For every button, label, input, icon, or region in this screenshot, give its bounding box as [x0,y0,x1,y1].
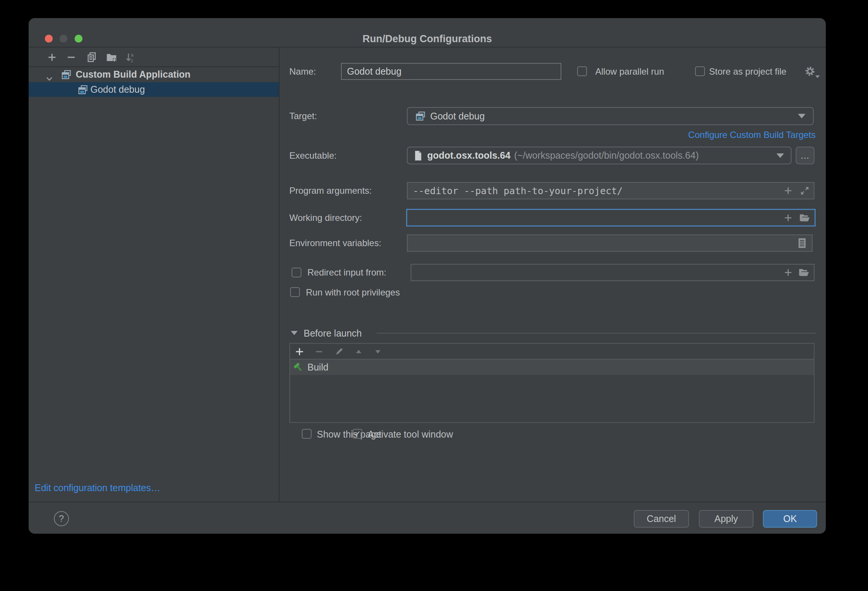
ok-button[interactable]: OK [763,510,817,528]
remove-configuration-icon[interactable] [65,51,78,64]
panel-divider [279,47,280,502]
program-arguments-value: --editor --path path-to-your-project/ [413,185,623,196]
add-task-icon[interactable] [294,346,305,357]
tree-item-label: Godot debug [90,84,145,95]
move-up-icon[interactable] [353,346,364,357]
executable-label: Executable: [289,147,336,164]
activate-tool-window-label: Activate tool window [368,426,453,442]
store-as-project-file-label: Store as project file [709,63,786,80]
task-label: Build [307,362,329,373]
hammer-icon [293,362,304,373]
allow-parallel-run-label: Allow parallel run [595,63,664,80]
tree-item-godot-debug-selected[interactable]: Godot debug [29,82,279,97]
title-bar: Run/Debug Configurations [29,18,826,47]
executable-path: (~/workspaces/godot/bin/godot.osx.tools.… [514,150,699,161]
name-input[interactable]: Godot debug [341,63,561,80]
run-with-root-label: Run with root privileges [306,284,400,301]
sidebar-toolbar: az [29,47,279,67]
executable-value: godot.osx.tools.64 [427,150,510,161]
new-folder-icon[interactable] [105,51,118,64]
add-macro-icon[interactable] [783,185,793,196]
edit-task-icon[interactable] [334,346,344,357]
program-arguments-input[interactable]: --editor --path path-to-your-project/ [407,182,815,199]
section-divider [377,333,816,334]
redirect-input-checkbox[interactable] [292,268,301,277]
redirect-input-label: Redirect input from: [307,264,386,281]
collapse-section-icon[interactable] [291,331,298,335]
apply-button[interactable]: Apply [699,510,753,528]
remove-task-icon[interactable] [314,346,324,357]
move-down-icon[interactable] [373,346,383,357]
store-as-project-file-checkbox[interactable] [695,66,705,76]
program-arguments-label: Program arguments: [289,182,372,199]
target-value: Godot debug [430,111,485,122]
browse-executable-button[interactable]: ... [796,147,815,164]
configure-custom-build-targets-link[interactable]: Configure Custom Build Targets [688,130,816,140]
gear-icon[interactable] [805,66,815,77]
add-macro-icon[interactable] [783,267,793,278]
before-launch-panel: Build [289,343,815,423]
application-icon [415,111,426,121]
show-this-page-checkbox[interactable] [302,429,312,439]
activate-tool-window-checkbox[interactable]: ✓ [353,429,362,439]
configurations-sidebar: az Custom Build Application Godot debug [29,47,279,502]
edit-configuration-templates-link[interactable]: Edit configuration templates… [35,482,160,493]
copy-configuration-icon[interactable] [86,51,98,64]
browse-folder-icon[interactable] [799,213,810,223]
environment-variables-input[interactable] [407,234,813,252]
before-launch-toolbar [290,344,814,360]
working-directory-label: Working directory: [289,209,362,227]
tree-group-label: Custom Build Application [76,69,191,80]
browse-folder-icon[interactable] [799,267,809,278]
tree-group-custom-build-application[interactable]: Custom Build Application [29,67,279,82]
sort-alphabetically-icon[interactable]: az [124,51,137,64]
chevron-down-icon [776,153,784,158]
environment-variables-label: Environment variables: [289,234,381,252]
checkmark-icon: ✓ [354,429,361,438]
name-label: Name: [289,63,316,80]
add-macro-icon[interactable] [783,213,793,223]
target-label: Target: [289,107,317,125]
redirect-input-field[interactable] [411,264,815,281]
run-debug-configurations-dialog: Run/Debug Configurations az [29,18,826,534]
application-icon [61,69,72,82]
run-with-root-checkbox[interactable] [290,287,300,297]
footer-divider [29,502,826,502]
add-configuration-icon[interactable] [46,51,58,64]
svg-text:a: a [131,52,133,58]
working-directory-input[interactable] [406,209,816,227]
name-value: Godot debug [347,66,402,77]
executable-combobox[interactable]: godot.osx.tools.64 (~/workspaces/godot/b… [407,147,792,164]
before-launch-task-row[interactable]: Build [290,360,814,375]
file-icon [414,150,423,161]
application-icon [78,84,88,97]
variables-list-icon[interactable] [797,238,807,248]
help-button[interactable]: ? [54,511,69,526]
cancel-button[interactable]: Cancel [634,510,689,528]
chevron-down-icon [798,114,805,118]
dialog-title: Run/Debug Configurations [29,33,826,45]
before-launch-title: Before launch [304,328,362,339]
target-combobox[interactable]: Godot debug [407,107,814,125]
expand-field-icon[interactable] [799,185,810,196]
allow-parallel-run-checkbox[interactable] [577,66,587,76]
chevron-down-icon[interactable] [46,72,53,83]
svg-text:z: z [131,58,133,63]
gear-dropdown-arrow-icon [815,75,820,78]
